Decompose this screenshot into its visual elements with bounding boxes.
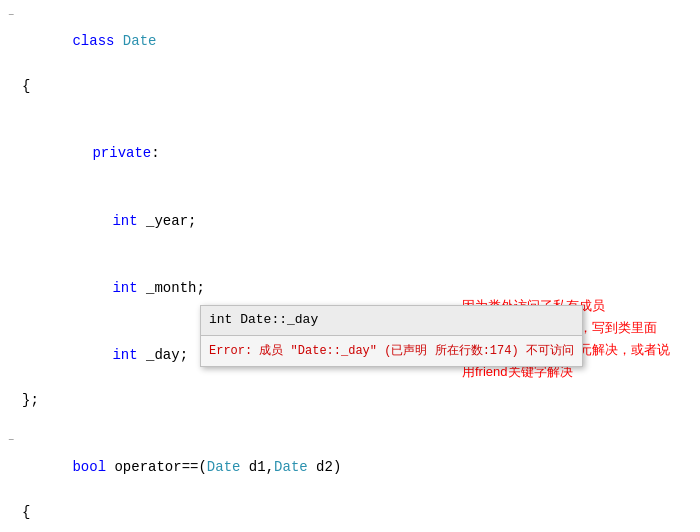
keyword-int-month: int xyxy=(112,280,137,296)
tooltip-box: int Date::_day Error: 成员 "Date::_day" (已… xyxy=(200,305,583,367)
param-date1-type: Date xyxy=(207,459,241,475)
code-line-9 xyxy=(0,411,700,433)
tooltip-header: int Date::_day xyxy=(201,306,582,336)
keyword-class: class xyxy=(72,33,122,49)
line-content-12: return d1._year == d2._year xyxy=(22,523,692,532)
tooltip-container: int Date::_day Error: 成员 "Date::_day" (已… xyxy=(200,305,583,367)
line-content-8: }; xyxy=(22,389,692,411)
line-content-2: { xyxy=(22,75,692,97)
code-line-10: − bool operator==(Date d1,Date d2) xyxy=(0,433,700,500)
code-line-11: { xyxy=(0,501,700,523)
line-content-9 xyxy=(22,411,692,433)
code-line-5: int _year; xyxy=(0,187,700,254)
collapse-icon-10[interactable]: − xyxy=(8,433,22,449)
brace-close-class: }; xyxy=(22,392,39,408)
collapse-icon-1[interactable]: − xyxy=(8,8,22,24)
code-editor: − class Date { private: int _year; int _… xyxy=(0,0,700,532)
code-line-2: { xyxy=(0,75,700,97)
member-year: _year; xyxy=(138,213,197,229)
brace-open-2: { xyxy=(22,504,30,520)
code-line-3 xyxy=(0,98,700,120)
line-content-10: bool operator==(Date d1,Date d2) xyxy=(22,433,692,500)
keyword-private: private xyxy=(92,145,151,161)
keyword-int-year: int xyxy=(112,213,137,229)
param-date2-type: Date xyxy=(274,459,308,475)
member-month: _month; xyxy=(138,280,205,296)
line-content-4: private: xyxy=(22,120,692,187)
line-content-5: int _year; xyxy=(22,187,692,254)
line-content-11: { xyxy=(22,501,692,523)
colon-private: : xyxy=(151,145,159,161)
code-line-8: }; xyxy=(0,389,700,411)
classname-date: Date xyxy=(123,33,157,49)
line-content-3 xyxy=(22,98,692,120)
param-d2: d2) xyxy=(308,459,342,475)
code-line-1: − class Date xyxy=(0,8,700,75)
line-content-1: class Date xyxy=(22,8,692,75)
code-line-12: return d1._year == d2._year xyxy=(0,523,700,532)
keyword-int-day: int xyxy=(112,347,137,363)
operator-eq: operator==( xyxy=(106,459,207,475)
code-line-4: private: xyxy=(0,120,700,187)
param-d1: d1, xyxy=(240,459,274,475)
brace-open-1: { xyxy=(22,78,30,94)
keyword-bool: bool xyxy=(72,459,106,475)
tooltip-error: Error: 成员 "Date::_day" (已声明 所在行数:174) 不可… xyxy=(201,336,582,366)
member-day: _day; xyxy=(138,347,188,363)
